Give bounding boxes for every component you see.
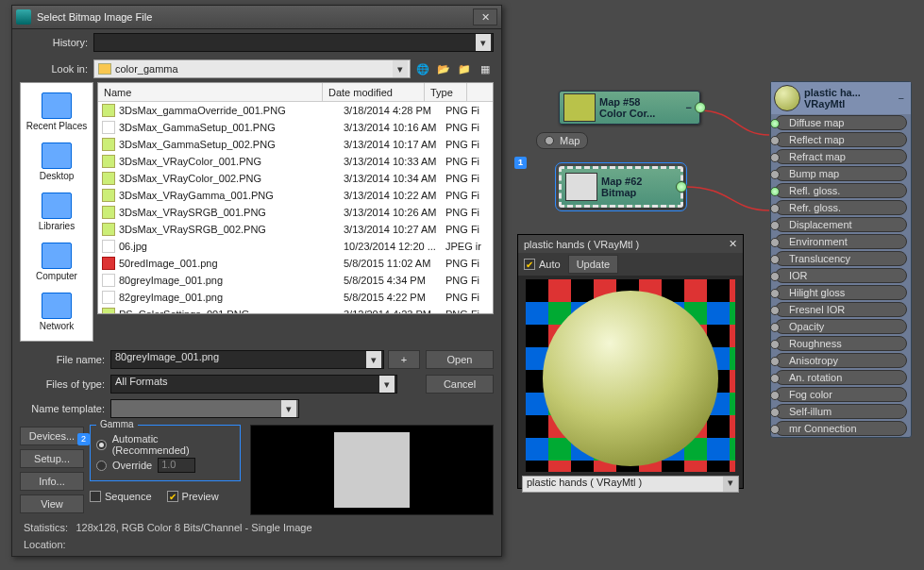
material-slot[interactable]: Reflect map (775, 132, 907, 147)
input-pin[interactable] (770, 255, 780, 264)
material-slot[interactable]: Refl. gloss. (775, 183, 907, 198)
place-item[interactable]: Libraries (39, 193, 75, 231)
history-label: History: (20, 37, 88, 48)
material-slot[interactable]: Environment (775, 234, 907, 249)
material-slot[interactable]: IOR (775, 268, 907, 283)
input-pin[interactable] (770, 170, 780, 179)
material-slot[interactable]: Fresnel IOR (775, 302, 907, 317)
place-item[interactable]: Desktop (40, 142, 75, 181)
material-slot[interactable]: Anisotropy (775, 353, 907, 368)
input-pin[interactable] (770, 323, 780, 332)
back-icon[interactable]: 🌐 (414, 60, 431, 77)
open-button[interactable]: Open (426, 350, 494, 369)
preview-label: Preview (182, 491, 219, 502)
file-row[interactable]: 06.jpg10/23/2014 12:20 ...JPEG ir (98, 238, 493, 255)
col-name[interactable]: Name (98, 83, 323, 101)
col-date[interactable]: Date modified (323, 83, 425, 101)
views-icon[interactable]: ▦ (477, 60, 494, 77)
input-pin[interactable] (770, 408, 780, 417)
file-list[interactable]: Name Date modified Type 3DsMax_gammaOver… (97, 82, 494, 314)
file-row[interactable]: 82greyImage_001.png5/8/2015 4:22 PMPNG F… (98, 289, 493, 306)
node-map62[interactable]: 1 Map #62Bitmap (559, 166, 683, 208)
history-dropdown[interactable]: ▾ (93, 33, 494, 52)
view-button[interactable]: View (20, 495, 84, 513)
close-preview-icon[interactable]: ✕ (729, 238, 737, 250)
input-pin[interactable] (770, 204, 780, 213)
node-collapse-icon[interactable]: − (895, 92, 908, 104)
material-dropdown[interactable]: plastic hands ( VRayMtl )▾ (522, 476, 739, 493)
material-slot[interactable]: Opacity (775, 319, 907, 334)
new-folder-icon[interactable]: 📁 (456, 60, 473, 77)
file-row[interactable]: PS_ColorSettings_001.PNG3/12/2014 4:23 P… (98, 306, 493, 313)
place-item[interactable]: Network (40, 293, 75, 331)
lookin-dropdown[interactable]: color_gamma ▾ (93, 59, 411, 78)
update-button[interactable]: Update (568, 255, 618, 274)
file-row[interactable]: 3DsMax_VRayGamma_001.PNG3/13/2014 10:22 … (98, 187, 493, 204)
material-slot[interactable]: An. rotation (775, 370, 907, 385)
material-slot[interactable]: Self-illum (775, 404, 907, 419)
material-slot[interactable]: Displacement (775, 217, 907, 232)
file-row[interactable]: 3DsMax_GammaSetup_001.PNG3/13/2014 10:16… (98, 119, 493, 136)
node-map58[interactable]: Map #58Color Cor... − (559, 91, 700, 125)
input-pin[interactable] (770, 357, 780, 366)
output-pin[interactable] (676, 181, 687, 193)
col-type[interactable]: Type (425, 83, 467, 101)
input-pin[interactable] (770, 136, 780, 145)
cancel-button[interactable]: Cancel (426, 375, 494, 394)
map-slot[interactable]: Map (536, 132, 588, 149)
auto-checkbox[interactable]: ✔ (524, 259, 535, 270)
close-button[interactable]: ✕ (473, 8, 497, 25)
material-slot[interactable]: Bump map (775, 166, 907, 181)
place-item[interactable]: Computer (36, 243, 77, 281)
devices-button[interactable]: Devices... (20, 427, 84, 445)
node-collapse-icon[interactable]: − (682, 102, 696, 113)
input-pin[interactable] (770, 289, 780, 298)
place-icon (42, 243, 72, 269)
file-row[interactable]: 3DsMax_gammaOverride_001.PNG3/18/2014 4:… (98, 102, 493, 119)
gamma-group: 2 Gamma Automatic (Recommended) Override… (90, 425, 241, 481)
material-slot[interactable]: Translucency (775, 251, 907, 266)
file-row[interactable]: 3DsMax_GammaSetup_002.PNG3/13/2014 10:17… (98, 136, 493, 153)
override-spinner[interactable]: 1.0 (158, 458, 195, 473)
output-pin[interactable] (695, 102, 706, 113)
input-pin[interactable] (770, 374, 780, 383)
gamma-auto-radio[interactable]: Automatic (Recommended) (96, 433, 234, 456)
up-icon[interactable]: 📂 (435, 60, 452, 77)
place-item[interactable]: Recent Places (26, 92, 87, 131)
material-slot[interactable]: Fog color (775, 387, 907, 402)
file-row[interactable]: 50redImage_001.png5/8/2015 11:02 AMPNG F… (98, 255, 493, 272)
gamma-override-radio[interactable]: Override1.0 (96, 458, 234, 473)
file-icon (102, 308, 115, 313)
input-pin[interactable] (770, 391, 780, 400)
input-pin[interactable] (770, 340, 780, 349)
files-type-field[interactable]: All Formats▾ (110, 375, 397, 394)
input-pin[interactable] (770, 221, 780, 230)
input-pin[interactable] (770, 119, 780, 128)
input-pin[interactable] (770, 425, 780, 434)
file-row[interactable]: 3DsMax_VRaySRGB_002.PNG3/13/2014 10:27 A… (98, 221, 493, 238)
input-pin[interactable] (770, 187, 780, 196)
sequence-checkbox[interactable] (90, 491, 101, 502)
input-pin[interactable] (770, 306, 780, 315)
setup-button[interactable]: Setup... (20, 449, 84, 468)
material-slot[interactable]: Refr. gloss. (775, 200, 907, 215)
material-slot[interactable]: Roughness (775, 336, 907, 351)
input-pin[interactable] (770, 238, 780, 247)
preview-checkbox[interactable]: ✔ (167, 491, 178, 502)
file-name-field[interactable]: 80greyImage_001.png▾ (110, 350, 384, 369)
input-pin[interactable] (770, 153, 780, 162)
plus-button[interactable]: + (388, 350, 420, 369)
file-row[interactable]: 3DsMax_VRayColor_002.PNG3/13/2014 10:34 … (98, 170, 493, 187)
file-row[interactable]: 80greyImage_001.png5/8/2015 4:34 PMPNG F… (98, 272, 493, 289)
info-button[interactable]: Info... (20, 472, 84, 491)
name-template-field[interactable]: ▾ (110, 399, 299, 418)
material-slot[interactable]: Diffuse map (775, 115, 907, 130)
material-panel[interactable]: plastic ha...VRayMtl − Diffuse mapReflec… (770, 81, 912, 438)
material-slot[interactable]: Refract map (775, 149, 907, 164)
material-preview-panel: plastic hands ( VRayMtl )✕ ✔Auto Update … (517, 234, 744, 489)
file-row[interactable]: 3DsMax_VRayColor_001.PNG3/13/2014 10:33 … (98, 153, 493, 170)
material-slot[interactable]: mr Connection (775, 421, 907, 436)
material-slot[interactable]: Hilight gloss (775, 285, 907, 300)
input-pin[interactable] (770, 272, 780, 281)
file-row[interactable]: 3DsMax_VRaySRGB_001.PNG3/13/2014 10:26 A… (98, 204, 493, 221)
